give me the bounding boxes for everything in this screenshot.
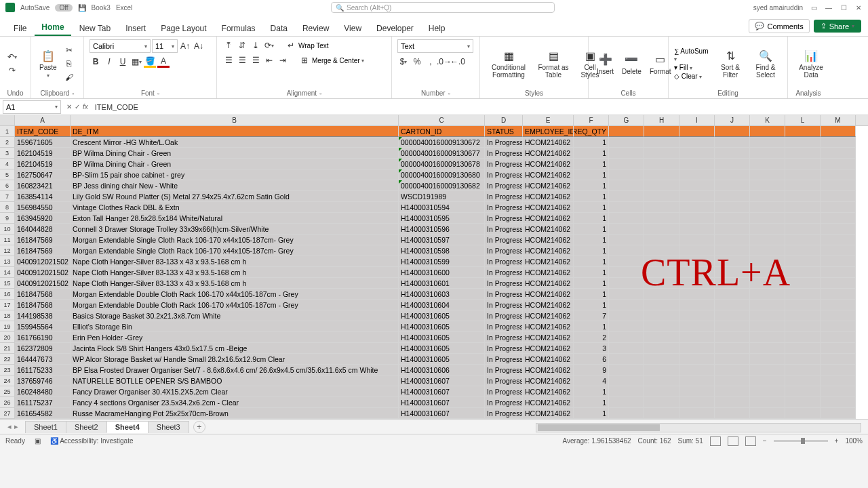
cell-D24[interactable]: In Progress	[485, 375, 523, 386]
cell-G12[interactable]	[609, 245, 644, 256]
column-header-E[interactable]: E	[523, 115, 574, 125]
row-header[interactable]: 3	[0, 148, 15, 159]
cell-D18[interactable]: In Progress	[485, 310, 523, 321]
cell-E2[interactable]: HCOM214062	[523, 137, 574, 148]
cell-C6[interactable]: 00000400160009130682	[399, 180, 485, 191]
cell-F18[interactable]: 7	[574, 310, 609, 321]
cell-M7[interactable]	[821, 191, 856, 202]
tab-review[interactable]: Review	[296, 20, 336, 36]
cell-G7[interactable]	[609, 191, 644, 202]
dialog-launcher-icon[interactable]: ▫	[448, 90, 450, 97]
cell-C17[interactable]: H14000310604	[399, 300, 485, 310]
cell-A6[interactable]: 160823421	[15, 180, 71, 191]
row-header[interactable]: 22	[0, 354, 15, 365]
cell-D21[interactable]: In Progress	[485, 343, 523, 354]
cell-I25[interactable]	[679, 386, 715, 397]
cell-H5[interactable]	[644, 169, 679, 180]
cell-E10[interactable]: HCOM214062	[523, 224, 574, 235]
cell-I23[interactable]	[679, 365, 715, 375]
cell-B5[interactable]: BP-Slim 15 pair shoe cabinet - grey	[71, 169, 399, 180]
cell-D2[interactable]: In Progress	[485, 137, 523, 148]
select-all-corner[interactable]	[0, 115, 15, 125]
cell-G26[interactable]	[609, 397, 644, 408]
cell-G6[interactable]	[609, 180, 644, 191]
cell-J19[interactable]	[715, 321, 750, 332]
cell-M2[interactable]	[821, 137, 856, 148]
decrease-indent-button[interactable]: ⇤	[263, 54, 275, 66]
cell-G22[interactable]	[609, 354, 644, 365]
cell-D26[interactable]: In Progress	[485, 397, 523, 408]
cell-K5[interactable]	[750, 169, 785, 180]
cell-F24[interactable]: 4	[574, 375, 609, 386]
clear-button[interactable]: ◇ Clear ▾	[674, 73, 711, 80]
cell-C15[interactable]: H14000310601	[399, 278, 485, 289]
cell-H6[interactable]	[644, 180, 679, 191]
cell-E9[interactable]: HCOM214062	[523, 213, 574, 224]
cell-J5[interactable]	[715, 169, 750, 180]
cell-M26[interactable]	[821, 397, 856, 408]
cell-B26[interactable]: Fancy 4 sections Organiser 23.5x34.2x6.2…	[71, 397, 399, 408]
cell-C7[interactable]: WSCD191989	[399, 191, 485, 202]
cell-J10[interactable]	[715, 224, 750, 235]
tab-insert[interactable]: Insert	[119, 20, 153, 36]
cell-D11[interactable]: In Progress	[485, 235, 523, 245]
tab-new-tab[interactable]: New Tab	[73, 20, 117, 36]
cell-J22[interactable]	[715, 354, 750, 365]
cell-D14[interactable]: In Progress	[485, 267, 523, 278]
cell-E4[interactable]: HCOM214062	[523, 159, 574, 169]
border-button[interactable]: ▦▾	[130, 56, 142, 68]
cell-E25[interactable]: HCOM214062	[523, 386, 574, 397]
comments-button[interactable]: 💬Comments	[749, 19, 809, 33]
cell-C26[interactable]: H14000310607	[399, 397, 485, 408]
comma-button[interactable]: ,	[425, 56, 437, 68]
autosave-toggle[interactable]: Off	[55, 4, 72, 12]
cell-F8[interactable]: 1	[574, 202, 609, 213]
cell-J9[interactable]	[715, 213, 750, 224]
cell-F22[interactable]: 6	[574, 354, 609, 365]
cell-J3[interactable]	[715, 148, 750, 159]
cell-E19[interactable]: HCOM214062	[523, 321, 574, 332]
cell-J11[interactable]	[715, 235, 750, 245]
cell-B1[interactable]: DE_ITM	[71, 126, 399, 137]
number-format-select[interactable]: Text▾	[397, 39, 473, 53]
row-header[interactable]: 8	[0, 202, 15, 213]
sheet-nav-prev-icon[interactable]: ◂	[7, 422, 12, 431]
add-sheet-button[interactable]: +	[193, 421, 205, 433]
cell-J18[interactable]	[715, 310, 750, 321]
find-select-button[interactable]: 🔍Find & Select	[749, 47, 782, 80]
cell-A8[interactable]: 156984550	[15, 202, 71, 213]
cell-G24[interactable]	[609, 375, 644, 386]
cell-B22[interactable]: WP Alcor Storage Basket w/ Handle Small …	[71, 354, 399, 365]
format-as-table-button[interactable]: ▤Format as Table	[534, 47, 572, 80]
maximize-icon[interactable]: ☐	[840, 4, 848, 12]
cell-I7[interactable]	[679, 191, 715, 202]
cell-A4[interactable]: 162104519	[15, 159, 71, 169]
cell-A12[interactable]: 161847569	[15, 245, 71, 256]
cell-C27[interactable]: H14000310607	[399, 408, 485, 419]
cell-H25[interactable]	[644, 386, 679, 397]
cell-M3[interactable]	[821, 148, 856, 159]
cell-H18[interactable]	[644, 310, 679, 321]
cell-J8[interactable]	[715, 202, 750, 213]
cell-D7[interactable]: In Progress	[485, 191, 523, 202]
cell-C12[interactable]: H14000310598	[399, 245, 485, 256]
cell-I21[interactable]	[679, 343, 715, 354]
cell-B21[interactable]: Jacinta Flock S/8 Shirt Hangers 43x0.5x1…	[71, 343, 399, 354]
cell-A3[interactable]: 162104519	[15, 148, 71, 159]
cell-F27[interactable]: 1	[574, 408, 609, 419]
cell-I20[interactable]	[679, 332, 715, 343]
cell-M4[interactable]	[821, 159, 856, 169]
cell-M11[interactable]	[821, 235, 856, 245]
row-header[interactable]: 27	[0, 408, 15, 419]
cell-B8[interactable]: Vintage Clothes Rack DBL & Extn	[71, 202, 399, 213]
cell-F10[interactable]: 1	[574, 224, 609, 235]
row-header[interactable]: 18	[0, 310, 15, 321]
cell-J25[interactable]	[715, 386, 750, 397]
cell-G9[interactable]	[609, 213, 644, 224]
cell-H26[interactable]	[644, 397, 679, 408]
cell-K18[interactable]	[750, 310, 785, 321]
sort-filter-button[interactable]: ⇅Sort & Filter	[714, 47, 747, 80]
zoom-slider[interactable]	[774, 440, 828, 442]
cell-M27[interactable]	[821, 408, 856, 419]
tab-data[interactable]: Data	[264, 20, 294, 36]
